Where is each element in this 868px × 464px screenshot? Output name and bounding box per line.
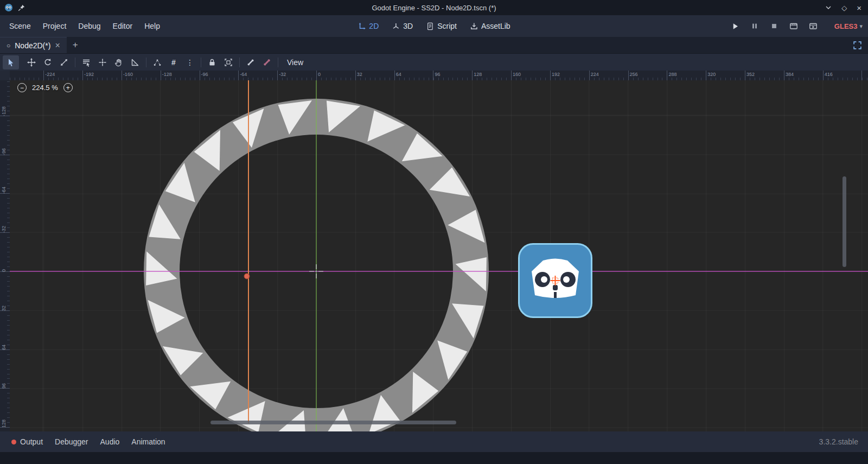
origin-crosshair (309, 264, 323, 278)
select-tool-button[interactable] (3, 55, 19, 69)
pin-icon[interactable] (18, 4, 25, 11)
maximize-icon[interactable]: ◇ (841, 4, 847, 11)
ruler-left-label: -64 (1, 187, 7, 194)
ruler-top-label: 128 (474, 72, 482, 77)
pause-button[interactable] (748, 20, 762, 33)
3d-icon (392, 22, 400, 30)
play-custom-scene-button[interactable] (806, 20, 821, 33)
ruler-left-label: 96 (1, 383, 7, 389)
ruler-top-label: -96 (201, 72, 208, 77)
ruler-top-label: 416 (825, 72, 833, 77)
workspace-2d[interactable]: 2D (358, 22, 379, 30)
smart-snap-icon[interactable] (149, 55, 165, 69)
script-icon (426, 22, 434, 30)
ruler-top-label: 160 (513, 72, 521, 77)
workspace-assetlib[interactable]: AssetLib (470, 22, 510, 30)
tab-close-icon[interactable]: × (55, 41, 60, 50)
window-title: Godot Engine - SS2D - Node2D.tscn (*) (372, 4, 496, 12)
ruler-top-label: 256 (630, 72, 638, 77)
ruler-left-label: 64 (1, 345, 7, 350)
ruler-top-label: 64 (396, 72, 401, 77)
scene-tab-node2d[interactable]: ○ Node2D(*) × (0, 37, 67, 53)
move-tool-button[interactable] (23, 55, 40, 69)
ruler-top-label: 96 (435, 72, 440, 77)
node2d-scene-icon: ○ (7, 42, 10, 49)
scene-canvas-svg[interactable] (10, 80, 868, 431)
pivot-tool-button[interactable] (94, 55, 111, 69)
ruler-left-label: 0 (1, 269, 7, 272)
canvas-toolbar: # ⋮ View (0, 53, 868, 71)
ruler-left-label: -128 (1, 106, 7, 116)
engine-version: 3.3.2.stable (819, 437, 863, 446)
audio-panel-button[interactable]: Audio (94, 434, 126, 449)
lock-icon[interactable] (204, 55, 220, 69)
ruler-corner (0, 71, 10, 80)
canvas-area[interactable]: − 224.5 % + (10, 80, 868, 431)
renderer-select[interactable]: GLES3 ▾ (834, 22, 865, 30)
godot-logo-icon (4, 3, 13, 12)
add-scene-tab-button[interactable]: + (67, 37, 84, 53)
2d-icon (358, 22, 366, 30)
bottom-panel: Output Debugger Audio Animation 3.3.2.st… (0, 431, 868, 452)
ruler-tool-button[interactable] (127, 55, 143, 69)
ruler-top: -224-192-160-128-96-64-32032649612816019… (10, 71, 868, 80)
rotate-tool-button[interactable] (40, 55, 56, 69)
workspace-3d[interactable]: 3D (392, 22, 413, 30)
ruler-top-label: 384 (786, 72, 794, 77)
vertical-scrollbar[interactable] (843, 176, 846, 267)
ruler-top-label: 192 (552, 72, 560, 77)
distraction-free-icon[interactable] (851, 39, 863, 51)
zoom-in-button[interactable]: + (63, 83, 73, 92)
menu-project[interactable]: Project (37, 19, 73, 33)
ruler-top-label: 0 (318, 72, 321, 77)
horizontal-scrollbar[interactable] (210, 421, 456, 424)
ruler-top-label: -160 (123, 72, 133, 77)
list-select-tool-button[interactable] (78, 55, 94, 69)
menu-debug[interactable]: Debug (72, 19, 106, 33)
scene-tabbar: ○ Node2D(*) × + (0, 37, 868, 53)
menu-help[interactable]: Help (138, 19, 166, 33)
ruler-top-label: -224 (45, 72, 55, 77)
chevron-down-icon: ▾ (859, 23, 863, 30)
ruler-top-label: -32 (279, 72, 286, 77)
run-controls: GLES3 ▾ (728, 20, 865, 33)
view-menu[interactable]: View (281, 58, 309, 67)
output-alert-dot (11, 440, 16, 444)
play-scene-button[interactable] (787, 20, 801, 33)
ruler-left: -128-96-64-320326496128 (0, 80, 10, 431)
assetlib-download-icon (470, 22, 478, 30)
zoom-level[interactable]: 224.5 % (32, 84, 58, 92)
node-position-dot[interactable] (244, 274, 250, 279)
menubar: Scene Project Debug Editor Help 2D 3D Sc… (0, 15, 868, 37)
window-bottom-strip (0, 452, 868, 464)
scale-tool-button[interactable] (56, 55, 72, 69)
menu-scene[interactable]: Scene (3, 19, 37, 33)
viewport: -224-192-160-128-96-64-32032649612816019… (0, 71, 868, 431)
ruler-top-label: -64 (240, 72, 247, 77)
titlebar: Godot Engine - SS2D - Node2D.tscn (*) ◇ … (0, 0, 868, 15)
menu-editor[interactable]: Editor (107, 19, 139, 33)
ruler-top-label: 352 (746, 72, 755, 77)
output-panel-button[interactable]: Output (5, 434, 49, 449)
ruler-top-label: -128 (162, 72, 172, 77)
play-button[interactable] (728, 20, 743, 33)
ruler-top-label: 32 (357, 72, 362, 77)
skeleton-options-icon[interactable] (259, 55, 275, 69)
workspace-script[interactable]: Script (426, 22, 457, 30)
grid-snap-icon[interactable]: # (165, 55, 182, 69)
stop-button[interactable] (767, 20, 782, 33)
close-window-icon[interactable]: × (857, 4, 861, 12)
ruler-left-label: 128 (1, 419, 7, 428)
ruler-top-label: 320 (707, 72, 716, 77)
ruler-top-label: -192 (84, 72, 94, 77)
zoom-widget: − 224.5 % + (17, 83, 73, 92)
group-icon[interactable] (220, 55, 237, 69)
animation-panel-button[interactable]: Animation (125, 434, 171, 449)
snap-options-icon[interactable]: ⋮ (182, 55, 198, 69)
ruler-top-label: 224 (591, 72, 599, 77)
chevron-down-icon[interactable] (825, 4, 832, 11)
bone-icon[interactable] (242, 55, 259, 69)
debugger-panel-button[interactable]: Debugger (49, 434, 94, 449)
zoom-out-button[interactable]: − (17, 83, 27, 92)
pan-tool-button[interactable] (111, 55, 127, 69)
